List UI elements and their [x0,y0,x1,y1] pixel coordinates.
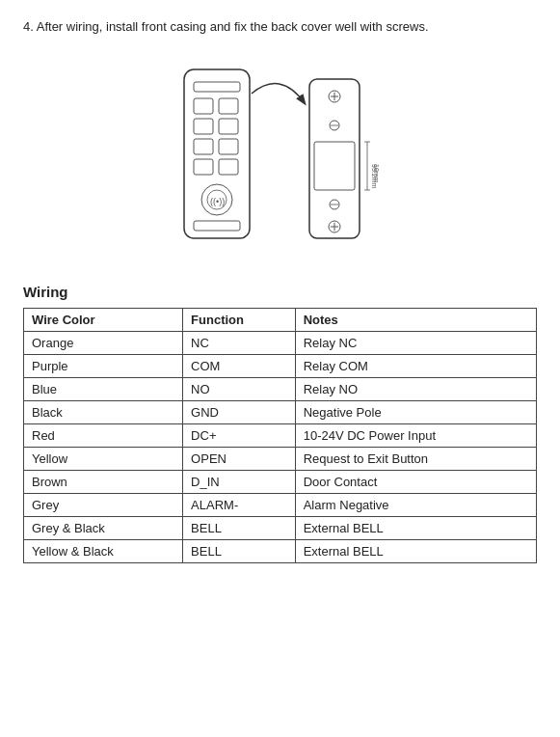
notes-cell: Relay COM [295,354,536,377]
table-row: BrownD_INDoor Contact [24,470,537,493]
notes-cell: Request to Exit Button [295,447,536,470]
notes-cell: Door Contact [295,470,536,493]
svg-rect-14 [309,79,360,238]
function-cell: D_IN [183,470,296,493]
notes-cell: 10-24V DC Power Input [295,423,536,447]
col-header-function: Function [183,308,296,331]
wire-color-cell: Yellow & Black [24,539,183,562]
notes-cell: External BELL [295,516,536,539]
table-row: Yellow & BlackBELLExternal BELL [24,539,537,562]
device-diagram: ((•)) 95.2mm [126,55,435,258]
table-row: YellowOPENRequest to Exit Button [24,447,537,470]
instruction-body: After wiring, install front casing and f… [37,19,429,34]
instruction-text: 4. After wiring, install front casing an… [23,17,537,37]
function-cell: BELL [183,516,296,539]
wire-color-cell: Brown [24,470,183,493]
table-row: BlueNORelay NO [24,377,537,400]
wiring-title: Wiring [23,284,537,300]
wire-color-cell: Blue [24,377,183,400]
notes-cell: Relay NC [295,331,536,354]
table-row: BlackGNDNegative Pole [24,400,537,423]
function-cell: DC+ [183,423,296,447]
table-row: PurpleCOMRelay COM [24,354,537,377]
function-cell: NO [183,377,296,400]
wiring-table: Wire Color Function Notes OrangeNCRelay … [23,308,537,563]
col-header-wire-color: Wire Color [24,308,183,331]
table-row: Grey & BlackBELLExternal BELL [24,516,537,539]
wire-color-cell: Grey [24,493,183,516]
function-cell: ALARM- [183,493,296,516]
wire-color-cell: Purple [24,354,183,377]
table-row: GreyALARM-Alarm Negative [24,493,537,516]
function-cell: OPEN [183,447,296,470]
table-row: OrangeNCRelay NC [24,331,537,354]
table-row: RedDC+10-24V DC Power Input [24,423,537,447]
wire-color-cell: Orange [24,331,183,354]
function-cell: NC [183,331,296,354]
notes-cell: Relay NO [295,377,536,400]
diagram-area: ((•)) 95.2mm [23,50,537,262]
instruction-number: 4. [23,19,34,34]
function-cell: COM [183,354,296,377]
svg-text:10mm: 10mm [373,164,380,183]
wire-color-cell: Grey & Black [24,516,183,539]
svg-text:((•)): ((•)) [210,197,225,206]
wire-color-cell: Red [24,423,183,447]
notes-cell: External BELL [295,539,536,562]
wire-color-cell: Yellow [24,447,183,470]
notes-cell: Alarm Negative [295,493,536,516]
function-cell: GND [183,400,296,423]
col-header-notes: Notes [295,308,536,331]
wire-color-cell: Black [24,400,183,423]
notes-cell: Negative Pole [295,400,536,423]
wiring-section: Wiring Wire Color Function Notes OrangeN… [23,284,537,563]
function-cell: BELL [183,539,296,562]
table-header-row: Wire Color Function Notes [24,308,537,331]
